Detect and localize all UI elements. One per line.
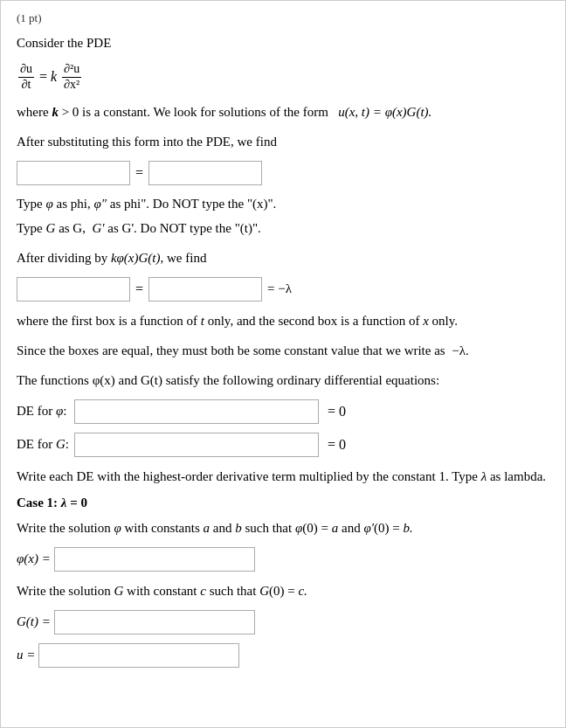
sub-lhs-input[interactable] — [17, 161, 130, 185]
gt-input[interactable] — [54, 610, 255, 634]
k-gt-zero: > 0 is a constant. We look for solutions… — [62, 105, 335, 119]
sub-rhs-input[interactable] — [148, 161, 262, 185]
gt-label: G(t) = — [17, 614, 51, 629]
case1-title: Case 1: λ = 0 — [17, 496, 549, 510]
k-cond: k — [52, 105, 59, 119]
lambda-lhs-input[interactable] — [17, 277, 130, 302]
u-row: u = — [17, 643, 549, 668]
lambda-rhs-input[interactable] — [148, 277, 262, 302]
since-boxes-text: Since the boxes are equal, they must bot… — [17, 340, 549, 361]
where-word: where — [17, 105, 52, 119]
u-input[interactable] — [38, 643, 239, 668]
de-phi-label: DE for φ: — [17, 404, 69, 419]
phi-x-input[interactable] — [54, 547, 255, 572]
pde-lhs-frac: ∂u ∂t — [18, 62, 34, 93]
after-sub-text: After substituting this form into the PD… — [17, 131, 549, 152]
sub-equals: = — [135, 165, 143, 181]
pde-equals: = — [39, 69, 47, 85]
where-boxes-text: where the first box is a function of t o… — [17, 310, 549, 331]
pde-rhs-frac: ∂²u ∂x² — [62, 62, 81, 93]
points-label: (1 pt) — [17, 11, 549, 25]
de-g-eq: = 0 — [324, 437, 346, 453]
pde-k: k — [51, 69, 57, 85]
where-line: where k > 0 is a constant. We look for s… — [17, 101, 549, 122]
de-g-input[interactable] — [74, 433, 319, 457]
phi-x-label: φ(x) = — [17, 551, 51, 566]
sub-equation-row: = — [17, 161, 549, 185]
write-sol-phi-text: Write the solution φ with constants a an… — [17, 517, 549, 538]
phi-note1: Type φ as phi, φ″ as phi". Do NOT type t… — [17, 194, 549, 214]
intro-text: Consider the PDE — [17, 32, 549, 53]
pde-display: ∂u ∂t = k ∂²u ∂x² — [17, 62, 549, 93]
de-g-label: DE for G: — [17, 437, 69, 452]
de-phi-eq: = 0 — [324, 404, 346, 419]
write-sol-g-text: Write the solution G with constant c suc… — [17, 580, 549, 601]
lambda-equals: = — [135, 281, 143, 297]
functions-satisfy-text: The functions φ(x) and G(t) satisfy the … — [17, 370, 549, 391]
de-phi-input[interactable] — [74, 399, 319, 424]
gt-row: G(t) = — [17, 610, 549, 634]
write-each-note: Write each DE with the highest-order der… — [17, 466, 549, 487]
phi-x-row: φ(x) = — [17, 547, 549, 572]
de-g-row: DE for G: = 0 — [17, 433, 549, 457]
after-div-text: After dividing by kφ(x)G(t), we find — [17, 247, 549, 268]
phi-note2: Type G as G, G′ as G'. Do NOT type the "… — [17, 218, 549, 239]
de-phi-row: DE for φ: = 0 — [17, 399, 549, 424]
u-form: u(x, t) = φ(x)G(t). — [338, 105, 431, 119]
u-label: u = — [17, 648, 35, 662]
lambda-equation-row: = = −λ — [17, 277, 549, 302]
neg-lambda-text: = −λ — [267, 281, 292, 296]
